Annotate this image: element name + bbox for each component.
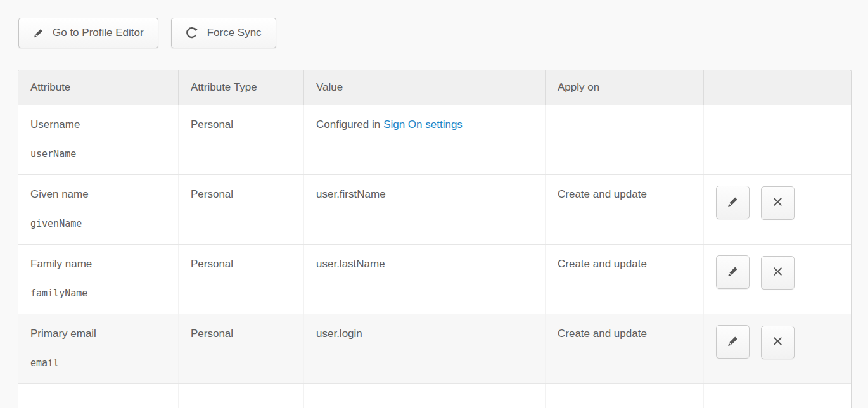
attribute-cell xyxy=(18,384,178,408)
value-cell: user.login xyxy=(303,314,545,383)
actions-cell xyxy=(703,105,851,174)
refresh-icon xyxy=(186,27,199,40)
attribute-variable: email xyxy=(30,357,172,369)
attribute-cell: Family name familyName xyxy=(18,245,178,314)
attribute-type-cell: Personal xyxy=(178,314,303,383)
toolbar: Go to Profile Editor Force Sync xyxy=(18,18,868,48)
table-row: Username userName Personal Configured in… xyxy=(18,105,851,175)
attribute-label: Primary email xyxy=(30,328,96,340)
apply-on-cell xyxy=(545,105,703,174)
apply-on-cell xyxy=(545,384,703,408)
pencil-icon xyxy=(33,27,44,39)
value-cell: Configured inSign On settings xyxy=(303,105,545,174)
actions-cell xyxy=(703,175,851,244)
attribute-type-cell: Personal xyxy=(178,245,303,314)
actions-cell xyxy=(703,384,851,408)
attribute-variable: userName xyxy=(30,148,172,160)
attribute-cell: Username userName xyxy=(18,105,178,174)
value-prefix: Configured in xyxy=(316,118,380,131)
attribute-label: Given name xyxy=(30,188,89,200)
value-cell: user.lastName xyxy=(303,245,545,314)
attribute-label: Family name xyxy=(30,258,92,270)
apply-on-cell: Create and update xyxy=(545,314,703,383)
table-row xyxy=(18,384,851,408)
actions-cell xyxy=(703,245,851,314)
table-header-row: Attribute Attribute Type Value Apply on xyxy=(18,70,851,105)
force-sync-button[interactable]: Force Sync xyxy=(171,18,276,48)
go-to-profile-editor-button[interactable]: Go to Profile Editor xyxy=(18,18,158,48)
attribute-type-cell: Personal xyxy=(178,175,303,244)
value-cell xyxy=(303,384,545,408)
edit-attribute-button[interactable] xyxy=(716,325,750,359)
column-header-attribute: Attribute xyxy=(18,70,178,105)
delete-attribute-button[interactable] xyxy=(761,186,795,220)
attribute-cell: Primary email email xyxy=(18,314,178,383)
force-sync-label: Force Sync xyxy=(207,27,262,39)
sign-on-settings-link[interactable]: Sign On settings xyxy=(383,118,463,131)
actions-cell xyxy=(703,314,851,383)
edit-attribute-button[interactable] xyxy=(716,186,750,219)
attribute-label: Username xyxy=(30,118,80,131)
delete-attribute-button[interactable] xyxy=(761,256,795,290)
attribute-variable: familyName xyxy=(30,288,172,299)
go-to-profile-editor-label: Go to Profile Editor xyxy=(53,27,144,39)
x-icon xyxy=(772,335,784,349)
delete-attribute-button[interactable] xyxy=(761,326,795,359)
column-header-value: Value xyxy=(303,70,545,105)
table-row: Given name givenName Personal user.first… xyxy=(18,175,851,245)
attribute-type-cell xyxy=(178,384,303,408)
pencil-icon xyxy=(727,195,739,210)
table-row: Family name familyName Personal user.las… xyxy=(18,245,851,314)
apply-on-cell: Create and update xyxy=(545,245,703,314)
column-header-actions xyxy=(703,70,851,105)
table-row: Primary email email Personal user.login … xyxy=(18,314,851,384)
attribute-type-cell: Personal xyxy=(178,105,303,174)
x-icon xyxy=(772,265,784,279)
pencil-icon xyxy=(727,265,739,279)
edit-attribute-button[interactable] xyxy=(716,255,750,289)
x-icon xyxy=(772,196,784,210)
attribute-mappings-table: Attribute Attribute Type Value Apply on … xyxy=(18,70,852,408)
column-header-apply-on: Apply on xyxy=(545,70,703,105)
value-cell: user.firstName xyxy=(303,175,545,244)
apply-on-cell: Create and update xyxy=(545,175,703,244)
column-header-attribute-type: Attribute Type xyxy=(178,70,303,105)
attribute-cell: Given name givenName xyxy=(18,175,178,244)
pencil-icon xyxy=(727,335,739,349)
attribute-variable: givenName xyxy=(30,218,172,229)
